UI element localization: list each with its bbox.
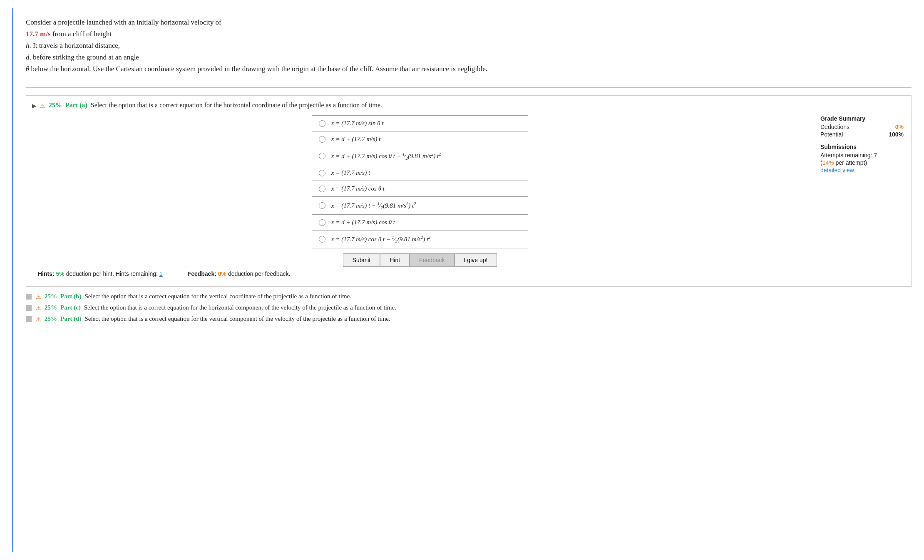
part-b-question: Select the option that is a correct equa… [84,293,351,300]
part-a-percentage: 25% [49,102,62,109]
option-radio-8[interactable] [319,236,325,243]
deductions-value: 0% [895,124,904,130]
part-a-header: ▶ ⚠ 25% Part (a) Select the option that … [32,102,904,109]
part-d-icon [26,316,32,322]
part-b-percentage: 25% [45,293,57,300]
detailed-view-link[interactable]: detailed view [820,167,854,173]
deductions-label: Deductions [820,124,849,130]
option-row-3[interactable]: x = d + (17.7 m/s) cos θ t − 1⁄2(9.81 m/… [312,147,528,165]
feedback-button[interactable]: Feedback [410,253,454,267]
detailed-view-row: detailed view [820,167,904,173]
submit-button[interactable]: Submit [343,253,380,267]
option-row-2[interactable]: x = d + (17.7 m/s) t [312,131,528,147]
part-d-label: Part (d) [60,315,81,322]
part-c-label: Part (c) [60,304,81,311]
grade-summary: Grade Summary Deductions 0% Potential 10… [820,115,904,267]
option-text-1: x = (17.7 m/s) sin θ t [331,120,383,127]
give-up-button[interactable]: I give up! [455,253,497,267]
feedback-deduction-text: deduction per feedback. [228,270,290,277]
intro-line4: , before striking the ground at an angle [30,53,139,61]
hint-deduction-text: deduction per hint. Hints remaining: [66,270,158,277]
option-radio-7[interactable] [319,219,325,226]
hints-remaining[interactable]: 1 [159,270,163,277]
section-divider [26,87,912,88]
intro-line5: below the horizontal. Use the Cartesian … [31,65,487,73]
option-row-1[interactable]: x = (17.7 m/s) sin θ t [312,116,528,131]
option-text-5: x = (17.7 m/s) cos θ t [331,185,385,192]
hint-button[interactable]: Hint [380,253,410,267]
options-area: x = (17.7 m/s) sin θ t x = d + (17.7 m/s… [32,115,808,267]
part-c-percentage: 25% [45,304,57,311]
option-radio-3[interactable] [319,153,325,159]
part-d-percentage: 25% [45,315,57,322]
option-radio-1[interactable] [319,120,325,127]
part-a-content-row: x = (17.7 m/s) sin θ t x = d + (17.7 m/s… [32,115,904,267]
per-attempt-percent: 14% [822,159,834,166]
intro-line2: from a cliff of height [52,30,112,38]
part-b-icon [26,294,32,300]
part-b-label: Part (b) [60,293,81,300]
potential-row: Potential 100% [820,131,904,138]
hints-label: Hints: [38,270,55,277]
intro-line3: . It travels a horizontal distance, [30,42,120,50]
option-text-3: x = d + (17.7 m/s) cos θ t − 1⁄2(9.81 m/… [331,151,441,161]
feedback-right: Feedback: 0% deduction per feedback. [188,270,291,277]
option-row-4[interactable]: x = (17.7 m/s) t [312,165,528,181]
per-attempt-row: (14% per attempt) [820,159,904,166]
part-c-icon [26,305,32,311]
option-text-4: x = (17.7 m/s) t [331,169,370,176]
deductions-row: Deductions 0% [820,124,904,130]
option-text-6: x = (17.7 m/s) t − 1⁄2(9.81 m/s2) t2 [331,201,416,210]
part-c-row[interactable]: ⚠ 25% Part (c) Select the option that is… [26,302,912,313]
part-d-row[interactable]: ⚠ 25% Part (d) Select the option that is… [26,313,912,325]
option-row-8[interactable]: x = (17.7 m/s) cos θ t − 1⁄2(9.81 m/s2) … [312,230,528,248]
part-b-warning-icon: ⚠ [36,293,41,300]
feedback-label: Feedback: [188,270,216,277]
h-label: h [26,42,30,50]
play-icon[interactable]: ▶ [32,102,37,109]
grade-summary-title: Grade Summary [820,115,904,122]
submissions-section: Submissions Attempts remaining: 7 (14% p… [820,144,904,173]
option-radio-2[interactable] [319,136,325,143]
option-radio-5[interactable] [319,186,325,192]
part-d-question: Select the option that is a correct equa… [84,315,390,322]
option-row-7[interactable]: x = d + (17.7 m/s) cos θ t [312,215,528,230]
velocity-value: 17.7 m/s [26,30,51,38]
d-label: d [26,53,30,61]
intro-line1: Consider a projectile launched with an i… [26,18,221,26]
part-a-question: Select the option that is a correct equa… [91,102,904,109]
potential-value: 100% [889,131,904,138]
per-attempt-suffix: per attempt) [834,159,867,166]
option-radio-4[interactable] [319,170,325,176]
options-table: x = (17.7 m/s) sin θ t x = d + (17.7 m/s… [312,115,528,248]
attempts-row: Attempts remaining: 7 [820,152,904,159]
part-a-label: Part (a) [65,102,87,109]
left-accent-bar [0,8,13,552]
warning-icon: ⚠ [40,102,45,109]
hint-percent: 5% [56,270,65,277]
part-c-warning-icon: ⚠ [36,305,41,312]
feedback-percent: 0% [218,270,226,277]
option-radio-6[interactable] [319,202,325,209]
hints-left: Hints: 5% deduction per hint. Hints rema… [38,270,163,277]
option-row-5[interactable]: x = (17.7 m/s) cos θ t [312,181,528,197]
collapsed-parts: ⚠ 25% Part (b) Select the option that is… [26,291,912,325]
action-buttons-row: Submit Hint Feedback I give up! [343,253,497,267]
part-a-section: ▶ ⚠ 25% Part (a) Select the option that … [26,95,912,287]
theta-label: θ [26,65,29,73]
hints-bar: Hints: 5% deduction per hint. Hints rema… [32,267,904,280]
option-text-8: x = (17.7 m/s) cos θ t − 1⁄2(9.81 m/s2) … [331,235,430,244]
part-b-row[interactable]: ⚠ 25% Part (b) Select the option that is… [26,291,912,302]
potential-label: Potential [820,131,843,138]
attempts-value[interactable]: 7 [874,152,877,159]
submissions-title: Submissions [820,144,904,150]
attempts-label: Attempts remaining: [820,152,872,159]
problem-text: Consider a projectile launched with an i… [26,17,650,75]
option-text-7: x = d + (17.7 m/s) cos θ t [331,219,395,226]
option-row-6[interactable]: x = (17.7 m/s) t − 1⁄2(9.81 m/s2) t2 [312,197,528,215]
option-text-2: x = d + (17.7 m/s) t [331,136,380,143]
part-c-question: Select the option that is a correct equa… [84,304,396,311]
part-d-warning-icon: ⚠ [36,316,41,323]
